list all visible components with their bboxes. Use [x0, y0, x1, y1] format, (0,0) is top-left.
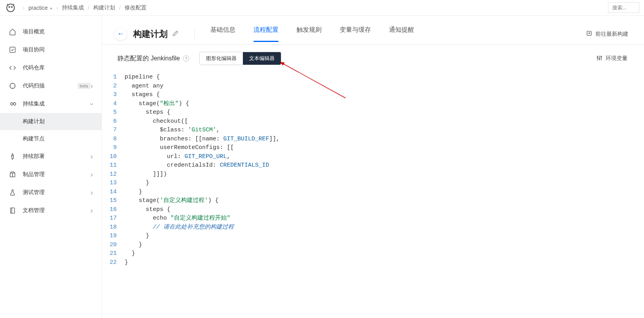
chevron-right-icon: › — [90, 153, 93, 161]
svg-point-12 — [599, 58, 600, 59]
sidebar-item-label: 测试管理 — [23, 189, 90, 196]
code-icon — [9, 64, 16, 72]
project-dropdown[interactable]: practice ▾ — [29, 5, 52, 11]
env-vars-button[interactable]: 环境变量 — [596, 55, 628, 62]
jenkinsfile-title: 静态配置的 Jenkinsfile ? — [118, 55, 189, 63]
sidebar: 项目概览 项目协同 代码仓库 代码扫描 beta › 持续集成 › 构建计划 构… — [0, 16, 102, 318]
breadcrumb: › practice ▾ › 持续集成 / 构建计划 / 修改配置 — [23, 4, 147, 11]
external-link-icon — [586, 30, 592, 38]
tab-basic-info[interactable]: 基础信息 — [210, 26, 235, 42]
tab-vars-cache[interactable]: 变量与缓存 — [340, 26, 371, 42]
chevron-right-icon: › — [90, 189, 93, 197]
code-content[interactable]: pipeline { agent any stages { stage("检出"… — [121, 72, 644, 268]
logo-icon[interactable] — [5, 2, 16, 14]
svg-rect-6 — [11, 208, 15, 213]
chevron-right-icon: › — [90, 171, 93, 179]
sidebar-item-label: 持续集成 — [23, 100, 90, 107]
edit-icon[interactable] — [172, 30, 179, 38]
rocket-icon — [9, 153, 16, 160]
tabs: 基础信息 流程配置 触发规则 变量与缓存 通知提醒 — [210, 24, 414, 44]
breadcrumb-item: 修改配置 — [125, 4, 147, 11]
divider — [194, 29, 195, 39]
sidebar-item-cd[interactable]: 持续部署 › — [0, 147, 101, 165]
package-icon — [9, 171, 16, 178]
svg-rect-3 — [10, 47, 15, 53]
code-editor[interactable]: 12345678910111213141516171819202122 pipe… — [102, 72, 644, 268]
chevron-right-icon: › — [56, 5, 58, 11]
svg-point-2 — [11, 6, 12, 7]
sidebar-subitem-build-node[interactable]: 构建节点 — [0, 130, 101, 147]
env-vars-label: 环境变量 — [606, 55, 628, 62]
search-input[interactable] — [608, 2, 639, 13]
tab-notifications[interactable]: 通知提醒 — [389, 26, 414, 42]
check-square-icon — [9, 46, 16, 54]
sidebar-item-label: 项目协同 — [23, 46, 93, 53]
flask-icon — [9, 189, 16, 196]
chevron-right-icon: › — [90, 82, 93, 90]
sidebar-item-docs[interactable]: 文档管理 › — [0, 202, 101, 220]
sidebar-item-label: 代码扫描 — [23, 82, 75, 89]
topbar: › practice ▾ › 持续集成 / 构建计划 / 修改配置 — [0, 0, 644, 16]
tab-process-config[interactable]: 流程配置 — [253, 26, 279, 42]
infinity-icon — [9, 100, 16, 108]
goto-latest-label: 前往最新构建 — [595, 31, 628, 38]
sidebar-item-artifacts[interactable]: 制品管理 › — [0, 165, 101, 184]
breadcrumb-item[interactable]: 构建计划 — [93, 4, 115, 11]
help-icon[interactable]: ? — [183, 55, 189, 62]
home-icon — [9, 28, 16, 36]
separator: / — [119, 5, 121, 11]
visual-editor-button[interactable]: 图形化编辑器 — [200, 52, 243, 65]
page-header: ← 构建计划 基础信息 流程配置 触发规则 变量与缓存 通知提醒 前往最新构建 — [102, 16, 644, 45]
chevron-down-icon: ▾ — [49, 6, 52, 11]
sidebar-item-label: 项目概览 — [23, 28, 93, 35]
beta-badge: beta — [78, 83, 90, 89]
goto-latest-build[interactable]: 前往最新构建 — [586, 30, 628, 38]
sidebar-item-ci[interactable]: 持续集成 › — [0, 95, 101, 113]
book-icon — [9, 207, 16, 214]
editor-mode-toggle: 图形化编辑器 文本编辑器 — [199, 52, 281, 65]
sliders-icon — [596, 55, 602, 62]
svg-point-14 — [601, 56, 602, 57]
sidebar-item-label: 制品管理 — [23, 171, 90, 178]
subheader: 静态配置的 Jenkinsfile ? 图形化编辑器 文本编辑器 环境变量 — [102, 45, 644, 72]
sidebar-item-label: 持续部署 — [23, 153, 90, 160]
separator: / — [88, 5, 89, 11]
breadcrumb-item[interactable]: 持续集成 — [62, 4, 84, 11]
page-title: 构建计划 — [133, 28, 168, 40]
main: ← 构建计划 基础信息 流程配置 触发规则 变量与缓存 通知提醒 前往最新构建 … — [102, 16, 644, 318]
sidebar-subitem-build-plan[interactable]: 构建计划 — [0, 113, 101, 130]
chevron-down-icon: › — [88, 103, 96, 105]
scan-icon — [9, 82, 16, 90]
line-numbers: 12345678910111213141516171819202122 — [102, 72, 121, 268]
svg-point-1 — [9, 6, 10, 7]
sidebar-item-collab[interactable]: 项目协同 — [0, 41, 101, 59]
arrow-left-icon: ← — [117, 30, 124, 38]
sidebar-item-test[interactable]: 测试管理 › — [0, 184, 101, 202]
tab-trigger-rules[interactable]: 触发规则 — [297, 26, 322, 42]
chevron-right-icon: › — [23, 5, 25, 11]
chevron-right-icon: › — [90, 207, 93, 215]
back-button[interactable]: ← — [114, 28, 127, 40]
search-box — [608, 2, 639, 13]
sidebar-item-label: 代码仓库 — [23, 64, 93, 71]
sidebar-item-label: 文档管理 — [23, 207, 90, 214]
sidebar-item-overview[interactable]: 项目概览 — [0, 23, 101, 41]
svg-point-10 — [597, 56, 598, 58]
sidebar-item-repo[interactable]: 代码仓库 — [0, 59, 101, 77]
sidebar-item-scan[interactable]: 代码扫描 beta › — [0, 77, 101, 95]
text-editor-button[interactable]: 文本编辑器 — [243, 52, 281, 65]
